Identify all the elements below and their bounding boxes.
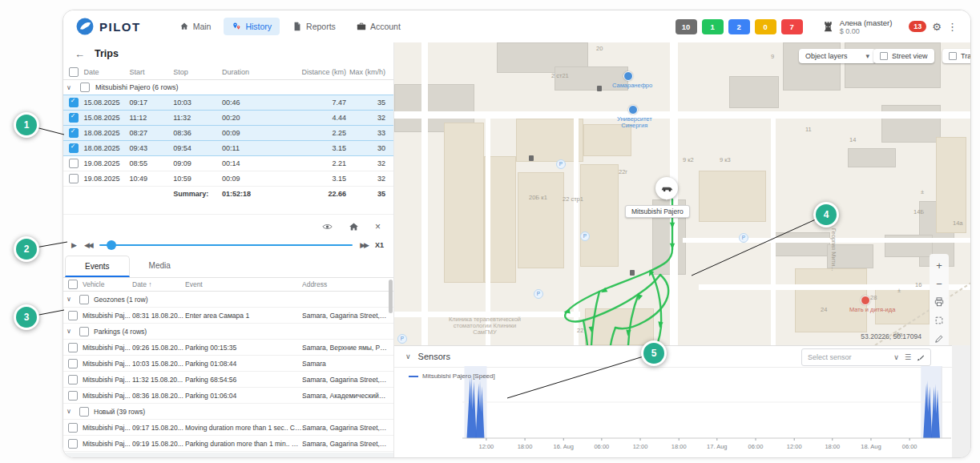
poi-marker-icon[interactable] (628, 105, 638, 115)
sensor-list-icon[interactable]: ☰ (905, 353, 911, 361)
nav-item-account[interactable]: Account (349, 18, 409, 35)
event-group-checkbox[interactable] (79, 407, 89, 417)
traffic-checkbox[interactable] (949, 52, 957, 60)
event-checkbox[interactable] (68, 375, 78, 384)
event-row[interactable]: Mitsubishi Paj...11:32 15.08.20...Parkin… (63, 372, 393, 388)
playback-slider[interactable] (99, 240, 353, 250)
event-group-row[interactable]: ∨Parkings (4 rows) (63, 324, 393, 340)
slider-track (99, 244, 353, 246)
status-badge-2[interactable]: 2 (728, 19, 750, 34)
trip-row[interactable]: 18.08.202508:2708:3600:092.2533 (63, 125, 393, 141)
callout-4[interactable]: 4 (813, 202, 839, 227)
event-checkbox[interactable] (68, 423, 78, 433)
event-checkbox[interactable] (68, 311, 78, 320)
callout-3[interactable]: 3 (14, 304, 39, 330)
chevron-down-icon[interactable]: ∨ (63, 408, 75, 415)
trip-row[interactable]: 19.08.202508:5509:0900:142.2132 (63, 156, 393, 171)
trip-checkbox[interactable] (69, 113, 79, 123)
speed-chart[interactable]: 12:0018:0016. Aug06:0012:0018:0017. Aug0… (462, 366, 951, 456)
map[interactable]: 209122 ст21СамаранефроУниверситетСинерги… (394, 42, 971, 345)
back-arrow-icon[interactable]: ← (75, 48, 85, 60)
event-group-checkbox[interactable] (79, 295, 89, 304)
event-date: 08:36 18.08.20... (132, 392, 185, 400)
chevron-down-icon[interactable]: ∨ (63, 328, 75, 335)
callout-5[interactable]: 5 (641, 340, 667, 366)
close-icon[interactable]: × (375, 221, 381, 232)
brush-icon[interactable] (917, 353, 925, 361)
event-checkbox[interactable] (68, 343, 78, 352)
street-view-toggle[interactable]: Street view (873, 49, 934, 63)
tab-media[interactable]: Media (130, 256, 190, 277)
trip-row[interactable]: 15.08.202509:1710:0300:467.4735 (63, 95, 393, 111)
group-checkbox[interactable] (80, 83, 90, 92)
rewind-icon[interactable]: ◀◀ (84, 241, 92, 249)
trips-group-row[interactable]: ∨Mitsubishi Pajero (6 rows) (63, 80, 393, 95)
callout-2[interactable]: 2 (14, 236, 39, 262)
visibility-eye-icon[interactable] (322, 219, 333, 234)
playback-speed[interactable]: X1 (375, 241, 384, 249)
event-group-row[interactable]: ∨Новый (39 rows) (63, 404, 393, 420)
events-select-all-checkbox[interactable] (68, 280, 78, 289)
event-group-row[interactable]: ∨Geozones (1 row) (63, 292, 393, 308)
brand-logo[interactable]: PILOT (76, 18, 141, 35)
trip-checkbox[interactable] (69, 174, 79, 183)
nav-item-history[interactable]: History (224, 18, 280, 35)
poi-marker-icon[interactable] (623, 71, 633, 81)
trip-checkbox[interactable] (69, 128, 79, 138)
event-checkbox[interactable] (68, 359, 78, 368)
trip-checkbox[interactable] (69, 98, 79, 107)
events-scrollbar[interactable] (389, 280, 393, 451)
select-chevron-icon[interactable]: ∨ (893, 353, 899, 361)
trips-summary-row: Summary:01:52:1822.6635 (63, 187, 393, 201)
trip-row[interactable]: 19.08.202510:4910:5900:093.1532 (63, 171, 393, 187)
object-layers-dropdown[interactable]: Object layers ▾ (799, 49, 876, 63)
chevron-down-icon[interactable]: ∨ (63, 296, 75, 303)
callout-1[interactable]: 1 (14, 112, 39, 138)
settings-gear-icon[interactable]: ⚙ (932, 21, 942, 33)
fast-forward-icon[interactable]: ▶▶ (360, 241, 368, 249)
map-label-line: 2 ст21 (551, 73, 569, 79)
status-badge-4[interactable]: 7 (781, 19, 803, 34)
vehicle-marker[interactable] (655, 177, 678, 199)
vehicle-label[interactable]: Mitsubishi Pajero (625, 205, 690, 218)
status-badge-0[interactable]: 10 (676, 19, 697, 34)
trip-checkbox[interactable] (69, 159, 79, 168)
select-all-checkbox[interactable] (69, 67, 79, 77)
event-row[interactable]: Mitsubishi Paj...09:19 15.08.20...Parkin… (63, 436, 393, 452)
scrollbar-thumb[interactable] (389, 280, 393, 313)
sensor-select[interactable]: Select sensor ∨ ☰ (801, 348, 931, 366)
tab-events[interactable]: Events (65, 256, 130, 277)
kebab-menu-icon[interactable]: ⋮ (947, 21, 958, 33)
trip-checkbox[interactable] (69, 143, 79, 153)
event-group-checkbox[interactable] (79, 327, 89, 336)
trip-row[interactable]: 18.08.202509:4309:5400:113.1530 (63, 140, 393, 156)
zoom-in-icon[interactable]: + (934, 260, 945, 271)
status-badge-3[interactable]: 0 (755, 19, 776, 34)
area-select-icon[interactable] (934, 315, 945, 326)
home-view-icon[interactable] (349, 219, 359, 234)
status-badge-1[interactable]: 1 (702, 19, 724, 34)
user-info[interactable]: Алена (master) $ 0.00 (821, 18, 893, 35)
event-row[interactable]: Mitsubishi Paj...08:31 18.08.20...Enter … (63, 308, 393, 324)
measure-pencil-icon[interactable] (934, 333, 945, 344)
trip-row[interactable]: 15.08.202511:1211:3200:204.4432 (63, 110, 393, 126)
nav-item-reports[interactable]: Reports (284, 18, 344, 35)
nav-item-main[interactable]: Main (171, 18, 220, 35)
events-col-date[interactable]: Date ↑ (132, 280, 185, 288)
street-view-checkbox[interactable] (880, 52, 888, 60)
collapse-chevron-icon[interactable]: ∨ (405, 352, 411, 360)
slider-knob[interactable] (107, 240, 116, 250)
event-checkbox[interactable] (68, 439, 78, 449)
event-row[interactable]: Mitsubishi Paj...08:36 18.08.20...Parkin… (63, 388, 393, 404)
print-icon[interactable] (934, 296, 945, 308)
traffic-toggle[interactable]: Traffic (942, 49, 971, 63)
play-icon[interactable]: ▶ (71, 241, 77, 249)
chevron-down-icon[interactable]: ∨ (63, 84, 75, 91)
notification-badge[interactable]: 13 (909, 21, 926, 32)
event-row[interactable]: Mitsubishi Paj...09:26 15.08.20...Parkin… (63, 340, 393, 356)
event-row[interactable]: Mitsubishi Paj...10:03 15.08.20...Parkin… (63, 356, 393, 372)
event-checkbox[interactable] (68, 391, 78, 401)
zoom-out-icon[interactable]: − (934, 278, 945, 289)
event-row[interactable]: Mitsubishi Paj...09:17 15.08.20...Moving… (63, 420, 393, 436)
poi-marker-icon[interactable] (861, 296, 870, 305)
